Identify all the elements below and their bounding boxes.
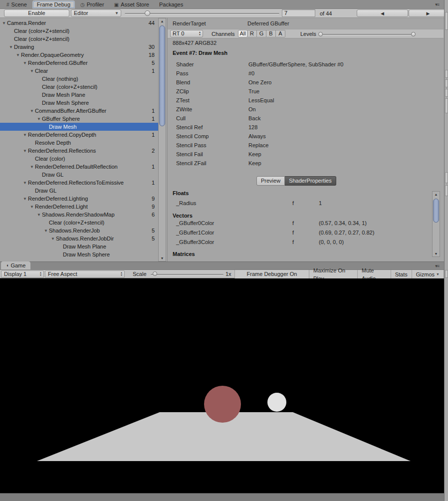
tree-row[interactable]: ▼RenderDeferred.Lighting9 (0, 195, 158, 203)
preview-tab-button[interactable]: Preview (256, 176, 285, 186)
tree-row[interactable]: ▼GBuffer Sphere1 (0, 115, 158, 123)
properties-scrollbar[interactable]: ▲ ▼ (432, 191, 440, 257)
tree-row[interactable]: ▼RenderDeferred.ReflectionsToEmissive1 (0, 179, 158, 187)
channel-button-g[interactable]: G (257, 30, 266, 37)
foldout-arrow-icon[interactable]: ▼ (30, 69, 35, 73)
channel-button-all[interactable]: All (238, 30, 247, 37)
foldout-arrow-icon[interactable]: ▼ (23, 197, 28, 201)
shader-property-value: (0.69, 0.27, 0.27, 0.82) (319, 230, 374, 236)
tab-frame-debug[interactable]: Frame Debug (32, 0, 75, 8)
foldout-arrow-icon[interactable]: ▼ (51, 237, 56, 241)
tree-row[interactable]: ▼Shadows.RenderJobDir5 (0, 235, 158, 243)
tab-profiler[interactable]: ◷Profiler (76, 0, 109, 8)
foldout-arrow-icon[interactable]: ▼ (30, 205, 35, 209)
frame-debugger-on-button[interactable]: Frame Debugger On (234, 270, 309, 278)
tree-row[interactable]: Clear (color+Z+stencil) (0, 83, 158, 91)
tab-label: Frame Debug (37, 1, 70, 8)
tree-row[interactable]: Draw Mesh Sphere (0, 250, 158, 258)
stats-button[interactable]: Stats (391, 270, 412, 278)
tree-row[interactable]: ▼RenderDeferred.DefaultReflection1 (0, 163, 158, 171)
shader-properties-tab-button[interactable]: ShaderProperties (285, 176, 336, 186)
foldout-arrow-icon[interactable]: ▼ (23, 61, 28, 65)
levels-slider[interactable] (320, 34, 414, 35)
tree-scrollbar-thumb[interactable] (159, 25, 165, 126)
scale-slider[interactable] (151, 274, 224, 275)
frame-number-input[interactable]: 7 (282, 9, 315, 17)
mute-audio-button[interactable]: Mute Audio (358, 270, 391, 278)
scroll-up-icon[interactable]: ▲ (433, 193, 440, 196)
foldout-arrow-icon[interactable]: ▼ (30, 165, 35, 169)
foldout-arrow-icon[interactable]: ▼ (16, 53, 21, 57)
property-value: Replace (248, 142, 268, 148)
gizmos-button[interactable]: Gizmos▼ (412, 270, 444, 278)
tree-row[interactable]: ▼RenderDeferred.CopyDepth1 (0, 131, 158, 139)
foldout-arrow-icon[interactable]: ▼ (30, 109, 35, 113)
foldout-arrow-icon[interactable]: ▼ (23, 181, 28, 185)
tab-asset-store[interactable]: ▣Asset Store (110, 0, 154, 8)
shader-property-name: _GBuffer1Color (176, 230, 292, 236)
tree-row-label: RenderDeferred.Light (35, 204, 88, 210)
levels-min-handle[interactable] (318, 32, 323, 36)
tree-row[interactable]: ▼RenderDeferred.GBuffer5 (0, 59, 158, 67)
foldout-arrow-icon[interactable]: ▼ (44, 229, 49, 233)
tree-row[interactable]: ▼Clear1 (0, 67, 158, 75)
foldout-arrow-icon[interactable]: ▼ (37, 117, 42, 121)
tree-row[interactable]: Clear (color+Z+stencil) (0, 35, 158, 43)
maximize-on-play-button[interactable]: Maximize On Play (309, 270, 358, 278)
tab-scene[interactable]: #Scene (2, 0, 31, 8)
panel-menu-icon[interactable]: ▾≡ (435, 2, 439, 7)
channel-button-b[interactable]: B (266, 30, 276, 37)
rt-index-dropdown[interactable]: RT 0▲▼ (170, 30, 203, 37)
tree-row[interactable]: Clear (color+Z+stencil) (0, 219, 158, 227)
tree-row[interactable]: Clear (color) (0, 155, 158, 163)
tree-row[interactable]: Clear (nothing) (0, 75, 158, 83)
tree-row[interactable]: ▼Render.OpaqueGeometry18 (0, 51, 158, 59)
tree-row[interactable]: Clear (color+Z+stencil) (0, 27, 158, 35)
tree-row[interactable]: Draw Mesh Sphere (0, 99, 158, 107)
tree-row-label: GBuffer Sphere (42, 116, 80, 122)
tree-row[interactable]: ▼Shadows.RenderJob5 (0, 227, 158, 235)
channel-button-a[interactable]: A (276, 30, 285, 37)
previous-frame-button[interactable]: ◀ (357, 9, 408, 17)
game-view (0, 278, 444, 493)
tree-row[interactable]: Draw Mesh Plane (0, 91, 158, 99)
scroll-up-icon[interactable]: ▲ (159, 19, 166, 23)
foldout-arrow-icon[interactable]: ▼ (9, 45, 14, 49)
tree-row[interactable]: ▼Drawing30 (0, 43, 158, 51)
tab-packages[interactable]: Packages (155, 0, 188, 8)
stepper-arrows-icon: ▲▼ (39, 271, 42, 276)
levels-max-handle[interactable] (411, 32, 416, 36)
next-frame-button[interactable]: ▶ (409, 9, 448, 17)
tree-row[interactable]: Resolve Depth (0, 139, 158, 147)
aspect-ratio-dropdown[interactable]: Free Aspect▲▼ (45, 270, 125, 278)
tree-row[interactable]: ▼RenderDeferred.Reflections2 (0, 147, 158, 155)
scale-slider-handle[interactable] (153, 271, 157, 276)
channel-button-r[interactable]: R (247, 30, 257, 37)
tree-row[interactable]: ▼Shadows.RenderShadowMap6 (0, 211, 158, 219)
tree-row[interactable]: Draw GL (0, 187, 158, 195)
foldout-arrow-icon[interactable]: ▼ (2, 21, 7, 25)
panel-menu-icon[interactable]: ▾≡ (435, 263, 439, 268)
properties-scrollbar-thumb[interactable] (433, 199, 439, 223)
frame-slider-handle[interactable] (145, 10, 150, 16)
right-panel-edge-stub (445, 12, 448, 30)
editor-target-dropdown[interactable]: Editor▼ (71, 9, 121, 17)
tab-game[interactable]: ◖ Game (1, 261, 30, 269)
scroll-down-icon[interactable]: ▼ (433, 252, 440, 255)
foldout-arrow-icon[interactable]: ▼ (23, 149, 28, 153)
tree-row[interactable]: ▼CommandBuffer.AfterGBuffer1 (0, 107, 158, 115)
tree-row[interactable]: Draw GL (0, 171, 158, 179)
foldout-arrow-icon[interactable]: ▼ (37, 213, 42, 217)
tree-row-label: Drawing (14, 44, 34, 50)
enable-button[interactable]: Enable (4, 9, 69, 17)
foldout-arrow-icon[interactable]: ▼ (23, 133, 28, 137)
display-dropdown[interactable]: Display 1▲▼ (1, 270, 44, 278)
tree-row[interactable]: ▼Camera.Render44 (0, 19, 158, 27)
tree-row[interactable]: ▼RenderDeferred.Light9 (0, 203, 158, 211)
tree-row[interactable]: Draw Mesh Plane (0, 243, 158, 250)
button-label: Stats (395, 270, 408, 278)
scroll-down-icon[interactable]: ▼ (159, 256, 166, 260)
tree-scrollbar[interactable]: ▲ ▼ (158, 18, 166, 261)
tree-row[interactable]: Draw Mesh (0, 123, 158, 131)
tree-row-label: Draw Mesh Sphere (63, 251, 110, 257)
